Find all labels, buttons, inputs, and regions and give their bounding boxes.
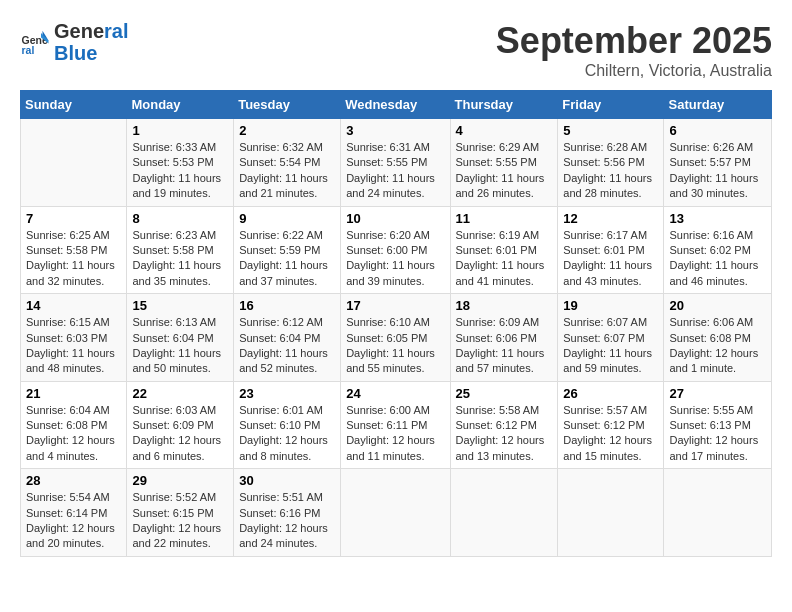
calendar-cell: 11Sunrise: 6:19 AM Sunset: 6:01 PM Dayli… <box>450 206 558 294</box>
day-info: Sunrise: 5:54 AM Sunset: 6:14 PM Dayligh… <box>26 490 121 552</box>
day-info: Sunrise: 5:55 AM Sunset: 6:13 PM Dayligh… <box>669 403 766 465</box>
column-header-saturday: Saturday <box>664 91 772 119</box>
column-header-wednesday: Wednesday <box>341 91 450 119</box>
calendar-cell: 1Sunrise: 6:33 AM Sunset: 5:53 PM Daylig… <box>127 119 234 207</box>
calendar-cell: 4Sunrise: 6:29 AM Sunset: 5:55 PM Daylig… <box>450 119 558 207</box>
column-header-tuesday: Tuesday <box>234 91 341 119</box>
day-number: 23 <box>239 386 335 401</box>
svg-text:ral: ral <box>22 44 35 56</box>
day-number: 4 <box>456 123 553 138</box>
calendar-cell: 12Sunrise: 6:17 AM Sunset: 6:01 PM Dayli… <box>558 206 664 294</box>
calendar-cell: 19Sunrise: 6:07 AM Sunset: 6:07 PM Dayli… <box>558 294 664 382</box>
calendar-table: SundayMondayTuesdayWednesdayThursdayFrid… <box>20 90 772 557</box>
day-info: Sunrise: 6:22 AM Sunset: 5:59 PM Dayligh… <box>239 228 335 290</box>
day-info: Sunrise: 6:03 AM Sunset: 6:09 PM Dayligh… <box>132 403 228 465</box>
page-header: Gene ral General Blue September 2025 Chi… <box>20 20 772 80</box>
day-number: 29 <box>132 473 228 488</box>
calendar-cell: 18Sunrise: 6:09 AM Sunset: 6:06 PM Dayli… <box>450 294 558 382</box>
day-info: Sunrise: 6:31 AM Sunset: 5:55 PM Dayligh… <box>346 140 444 202</box>
day-number: 20 <box>669 298 766 313</box>
day-number: 17 <box>346 298 444 313</box>
day-info: Sunrise: 6:07 AM Sunset: 6:07 PM Dayligh… <box>563 315 658 377</box>
month-title: September 2025 <box>496 20 772 62</box>
day-number: 22 <box>132 386 228 401</box>
calendar-cell: 26Sunrise: 5:57 AM Sunset: 6:12 PM Dayli… <box>558 381 664 469</box>
calendar-cell: 17Sunrise: 6:10 AM Sunset: 6:05 PM Dayli… <box>341 294 450 382</box>
calendar-cell <box>341 469 450 557</box>
calendar-cell: 16Sunrise: 6:12 AM Sunset: 6:04 PM Dayli… <box>234 294 341 382</box>
calendar-week-2: 7Sunrise: 6:25 AM Sunset: 5:58 PM Daylig… <box>21 206 772 294</box>
calendar-cell: 27Sunrise: 5:55 AM Sunset: 6:13 PM Dayli… <box>664 381 772 469</box>
day-info: Sunrise: 5:58 AM Sunset: 6:12 PM Dayligh… <box>456 403 553 465</box>
calendar-cell: 13Sunrise: 6:16 AM Sunset: 6:02 PM Dayli… <box>664 206 772 294</box>
calendar-week-3: 14Sunrise: 6:15 AM Sunset: 6:03 PM Dayli… <box>21 294 772 382</box>
day-number: 26 <box>563 386 658 401</box>
day-number: 14 <box>26 298 121 313</box>
calendar-cell: 9Sunrise: 6:22 AM Sunset: 5:59 PM Daylig… <box>234 206 341 294</box>
calendar-cell: 21Sunrise: 6:04 AM Sunset: 6:08 PM Dayli… <box>21 381 127 469</box>
calendar-week-5: 28Sunrise: 5:54 AM Sunset: 6:14 PM Dayli… <box>21 469 772 557</box>
day-info: Sunrise: 6:15 AM Sunset: 6:03 PM Dayligh… <box>26 315 121 377</box>
day-number: 24 <box>346 386 444 401</box>
calendar-cell: 29Sunrise: 5:52 AM Sunset: 6:15 PM Dayli… <box>127 469 234 557</box>
day-number: 6 <box>669 123 766 138</box>
day-number: 11 <box>456 211 553 226</box>
day-number: 12 <box>563 211 658 226</box>
day-info: Sunrise: 6:17 AM Sunset: 6:01 PM Dayligh… <box>563 228 658 290</box>
calendar-cell: 8Sunrise: 6:23 AM Sunset: 5:58 PM Daylig… <box>127 206 234 294</box>
day-number: 8 <box>132 211 228 226</box>
day-info: Sunrise: 6:16 AM Sunset: 6:02 PM Dayligh… <box>669 228 766 290</box>
day-number: 21 <box>26 386 121 401</box>
day-number: 19 <box>563 298 658 313</box>
day-info: Sunrise: 6:19 AM Sunset: 6:01 PM Dayligh… <box>456 228 553 290</box>
calendar-cell: 6Sunrise: 6:26 AM Sunset: 5:57 PM Daylig… <box>664 119 772 207</box>
day-number: 15 <box>132 298 228 313</box>
calendar-cell: 28Sunrise: 5:54 AM Sunset: 6:14 PM Dayli… <box>21 469 127 557</box>
day-number: 2 <box>239 123 335 138</box>
day-info: Sunrise: 5:52 AM Sunset: 6:15 PM Dayligh… <box>132 490 228 552</box>
calendar-cell: 20Sunrise: 6:06 AM Sunset: 6:08 PM Dayli… <box>664 294 772 382</box>
location-subtitle: Chiltern, Victoria, Australia <box>496 62 772 80</box>
day-info: Sunrise: 6:13 AM Sunset: 6:04 PM Dayligh… <box>132 315 228 377</box>
day-number: 30 <box>239 473 335 488</box>
day-number: 18 <box>456 298 553 313</box>
day-number: 16 <box>239 298 335 313</box>
calendar-cell: 15Sunrise: 6:13 AM Sunset: 6:04 PM Dayli… <box>127 294 234 382</box>
calendar-cell: 14Sunrise: 6:15 AM Sunset: 6:03 PM Dayli… <box>21 294 127 382</box>
calendar-cell: 24Sunrise: 6:00 AM Sunset: 6:11 PM Dayli… <box>341 381 450 469</box>
day-info: Sunrise: 6:09 AM Sunset: 6:06 PM Dayligh… <box>456 315 553 377</box>
day-info: Sunrise: 6:04 AM Sunset: 6:08 PM Dayligh… <box>26 403 121 465</box>
logo-icon: Gene ral <box>20 27 50 57</box>
day-number: 28 <box>26 473 121 488</box>
day-info: Sunrise: 6:01 AM Sunset: 6:10 PM Dayligh… <box>239 403 335 465</box>
day-number: 5 <box>563 123 658 138</box>
calendar-cell: 23Sunrise: 6:01 AM Sunset: 6:10 PM Dayli… <box>234 381 341 469</box>
title-block: September 2025 Chiltern, Victoria, Austr… <box>496 20 772 80</box>
day-info: Sunrise: 6:23 AM Sunset: 5:58 PM Dayligh… <box>132 228 228 290</box>
day-number: 9 <box>239 211 335 226</box>
day-number: 13 <box>669 211 766 226</box>
logo: Gene ral General Blue <box>20 20 129 64</box>
logo-text: General Blue <box>54 20 129 64</box>
column-header-thursday: Thursday <box>450 91 558 119</box>
calendar-cell: 22Sunrise: 6:03 AM Sunset: 6:09 PM Dayli… <box>127 381 234 469</box>
day-info: Sunrise: 6:26 AM Sunset: 5:57 PM Dayligh… <box>669 140 766 202</box>
calendar-cell: 3Sunrise: 6:31 AM Sunset: 5:55 PM Daylig… <box>341 119 450 207</box>
day-info: Sunrise: 6:20 AM Sunset: 6:00 PM Dayligh… <box>346 228 444 290</box>
day-info: Sunrise: 6:25 AM Sunset: 5:58 PM Dayligh… <box>26 228 121 290</box>
day-info: Sunrise: 6:12 AM Sunset: 6:04 PM Dayligh… <box>239 315 335 377</box>
day-info: Sunrise: 6:29 AM Sunset: 5:55 PM Dayligh… <box>456 140 553 202</box>
calendar-cell: 25Sunrise: 5:58 AM Sunset: 6:12 PM Dayli… <box>450 381 558 469</box>
calendar-cell <box>21 119 127 207</box>
calendar-cell <box>664 469 772 557</box>
calendar-cell: 30Sunrise: 5:51 AM Sunset: 6:16 PM Dayli… <box>234 469 341 557</box>
day-info: Sunrise: 6:28 AM Sunset: 5:56 PM Dayligh… <box>563 140 658 202</box>
calendar-header-row: SundayMondayTuesdayWednesdayThursdayFrid… <box>21 91 772 119</box>
day-info: Sunrise: 6:32 AM Sunset: 5:54 PM Dayligh… <box>239 140 335 202</box>
day-info: Sunrise: 5:57 AM Sunset: 6:12 PM Dayligh… <box>563 403 658 465</box>
day-info: Sunrise: 6:33 AM Sunset: 5:53 PM Dayligh… <box>132 140 228 202</box>
calendar-cell: 2Sunrise: 6:32 AM Sunset: 5:54 PM Daylig… <box>234 119 341 207</box>
calendar-cell <box>450 469 558 557</box>
calendar-cell: 7Sunrise: 6:25 AM Sunset: 5:58 PM Daylig… <box>21 206 127 294</box>
day-number: 27 <box>669 386 766 401</box>
